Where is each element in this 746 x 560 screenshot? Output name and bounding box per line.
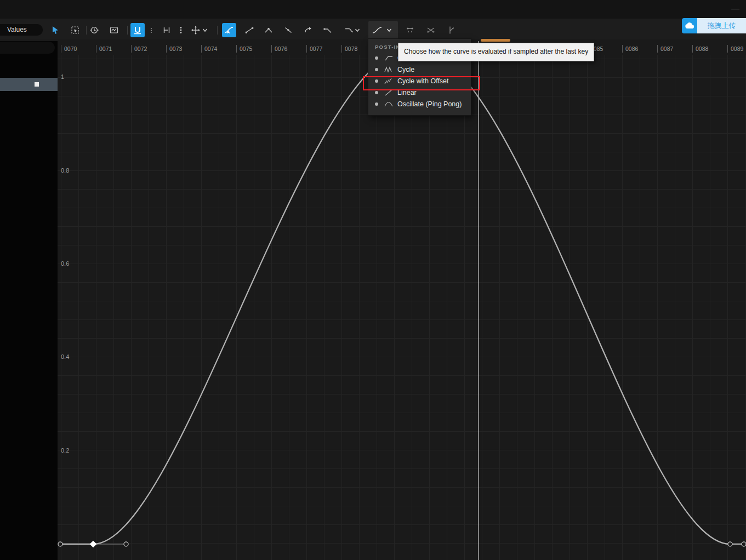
crossed-arrows-icon (426, 25, 436, 35)
frame-tick: 0087 (657, 45, 673, 53)
snap-icon (133, 25, 143, 35)
cycle-icon (384, 66, 393, 73)
tangent-auto-icon: A (224, 25, 234, 35)
tangent-linear-icon (283, 25, 293, 35)
tangent-break-icon (264, 25, 274, 35)
frame-tick: 0089 (727, 45, 743, 53)
frame-tick: 0078 (341, 45, 357, 53)
toolbar-separator (86, 26, 87, 35)
value-axis: 10.80.60.40.2 (58, 41, 90, 560)
track-row-selected[interactable] (0, 78, 58, 91)
chevron-down-icon (202, 27, 208, 33)
tooltip: Choose how the curve is evaluated if sam… (398, 43, 594, 61)
keys-cross-button[interactable] (424, 23, 438, 37)
oscillate-icon (384, 101, 393, 107)
frame-tick: 0073 (166, 45, 182, 53)
curve-editor-window: 0070007100720073007400750076007700780079… (0, 0, 746, 560)
frame-tick: 0071 (96, 45, 112, 53)
chevron-down-icon (386, 27, 392, 33)
tangent-step-button[interactable] (301, 23, 315, 37)
step-curve-icon (446, 25, 455, 35)
frame-tick: 0075 (236, 45, 252, 53)
pin-tangents-button[interactable] (160, 23, 174, 37)
toolbar: Values (0, 19, 746, 39)
keys-converge-button[interactable] (403, 23, 417, 37)
select-tool-button[interactable] (48, 23, 62, 37)
menu-item-cycle[interactable]: Cycle (368, 64, 471, 75)
tangent-step-icon (303, 25, 313, 35)
key-indicator (35, 82, 39, 87)
radio-dot (375, 56, 378, 60)
upload-widget: 拖拽上传 (682, 18, 746, 33)
tangent-flatten-button[interactable] (321, 23, 335, 37)
pin-icon (162, 25, 172, 35)
value-tick: 0.8 (61, 167, 69, 174)
move-tool-icon (191, 25, 201, 35)
keys-converge-icon (405, 25, 415, 35)
pre-infinity-dropdown[interactable] (353, 23, 362, 37)
value-tick: 0.6 (61, 260, 69, 267)
ellipsis-icon (176, 25, 186, 35)
filter-pill (0, 42, 55, 54)
cloud-sync-button[interactable] (682, 18, 697, 33)
frame-tick: 0072 (131, 45, 147, 53)
snap-options-button[interactable] (148, 23, 155, 37)
title-bar: — (0, 0, 746, 19)
curve-graph[interactable]: 0070007100720073007400750076007700780079… (58, 41, 746, 560)
curves-filter-button[interactable] (107, 23, 121, 37)
more-options-button[interactable] (174, 23, 188, 37)
menu-item-label: Oscillate (Ping Pong) (397, 100, 462, 108)
radio-dot (375, 91, 378, 94)
tracks-panel (0, 41, 58, 560)
svg-text:A: A (227, 30, 230, 35)
radio-dot (375, 68, 378, 71)
frame-tick: 0086 (622, 45, 638, 53)
highlight-annotation (363, 76, 480, 90)
values-label: Values (7, 26, 27, 33)
post-infinity-curve-icon (372, 25, 383, 35)
tangent-flatten-icon (323, 25, 333, 35)
tangent-smooth-icon (244, 25, 254, 35)
toolbar-separator (217, 26, 218, 35)
step-curve-button[interactable] (443, 23, 458, 37)
frame-tick: 0074 (201, 45, 217, 53)
move-tool-dropdown[interactable] (201, 23, 209, 37)
pointer-icon (50, 25, 60, 35)
value-tick: 1 (61, 73, 64, 80)
minimize-button[interactable]: — (731, 3, 739, 13)
time-snap-button[interactable] (87, 23, 101, 37)
marquee-select-icon (70, 25, 80, 35)
tangent-linear-button[interactable] (281, 23, 295, 37)
cloud-upload-icon (685, 22, 694, 30)
auto-tangent-button[interactable]: A (222, 23, 236, 37)
tangent-break-button[interactable] (261, 23, 276, 37)
tooltip-text: Choose how the curve is evaluated if sam… (404, 48, 588, 55)
tangent-smooth-button[interactable] (242, 23, 257, 37)
drag-upload-button[interactable]: 拖拽上传 (697, 18, 746, 33)
toolbar-separator (127, 26, 128, 35)
curves-filter-icon (109, 25, 119, 35)
chevron-down-icon (354, 27, 361, 33)
snap-keys-button[interactable] (130, 23, 145, 37)
frame-tick: 0077 (306, 45, 322, 53)
post-infinity-dropdown-button[interactable] (368, 21, 398, 39)
playback-range-marker (481, 39, 510, 42)
values-dropdown[interactable]: Values (0, 24, 43, 36)
value-tick: 0.4 (61, 353, 69, 360)
marquee-select-button[interactable] (68, 23, 82, 37)
clock-icon (89, 25, 99, 35)
constant-icon (384, 55, 393, 61)
mini-dots-icon (149, 25, 153, 35)
menu-item-oscillate[interactable]: Oscillate (Ping Pong) (368, 98, 471, 110)
frame-tick: 0088 (692, 45, 708, 53)
value-tick: 0.2 (61, 447, 69, 454)
menu-item-label: Cycle (397, 66, 414, 73)
radio-dot (375, 102, 378, 106)
frame-tick: 0076 (271, 45, 287, 53)
